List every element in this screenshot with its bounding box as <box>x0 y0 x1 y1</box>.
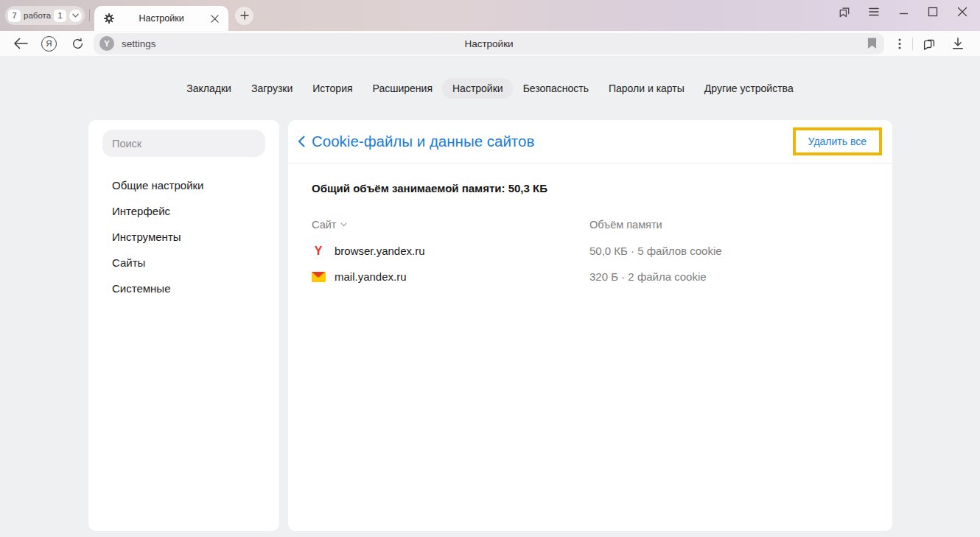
workspace-chevron[interactable] <box>69 10 82 22</box>
address-bar[interactable]: Y settings Настройки <box>94 33 884 55</box>
nav-downloads[interactable]: Загрузки <box>241 78 302 99</box>
back-button[interactable] <box>6 32 35 55</box>
browser-topbar: 7 работа 1 Настр <box>0 0 980 31</box>
site-name: browser.yandex.ru <box>335 245 425 257</box>
bookmark-button[interactable] <box>867 38 877 49</box>
gear-icon <box>103 13 115 24</box>
minimize-icon <box>899 7 909 16</box>
cookies-panel: Cookie-файлы и данные сайтов Удалить все… <box>288 120 892 531</box>
table-row[interactable]: mail.yandex.ru 320 Б · 2 файла cookie <box>312 264 869 289</box>
minimize-button[interactable] <box>889 0 918 23</box>
side-panel-button[interactable] <box>914 32 943 55</box>
page-title: Настройки <box>464 38 513 49</box>
search-input[interactable]: Поиск <box>102 130 265 157</box>
url-text: settings <box>122 38 156 49</box>
tab-title: Настройки <box>115 13 208 24</box>
collections-button[interactable] <box>830 0 859 23</box>
settings-nav: Закладки Загрузки История Расширения Нас… <box>0 57 980 99</box>
hamburger-icon <box>869 7 879 16</box>
site-name: mail.yandex.ru <box>335 270 407 283</box>
browser-toolbar: Я Y settings Настройки <box>0 31 980 57</box>
workspace-badge: 7 <box>8 10 21 22</box>
sidebar-item-system[interactable]: Системные <box>88 275 279 301</box>
nav-extensions[interactable]: Расширения <box>363 78 442 99</box>
sidebar-item-interface[interactable]: Интерфейс <box>88 198 279 224</box>
nav-passwords[interactable]: Пароли и карты <box>598 78 694 99</box>
column-site[interactable]: Сайт <box>312 219 336 231</box>
new-tab-button[interactable] <box>235 7 253 25</box>
nav-bookmarks[interactable]: Закладки <box>177 78 242 99</box>
menu-button[interactable] <box>859 0 889 23</box>
tab-settings[interactable]: Настройки <box>94 6 228 31</box>
download-icon <box>951 37 965 50</box>
sidebar-item-general[interactable]: Общие настройки <box>88 172 279 198</box>
bookmark-icon <box>867 38 877 49</box>
sidebar-item-tools[interactable]: Инструменты <box>88 224 279 250</box>
sort-chevron-icon[interactable] <box>340 222 347 227</box>
sidebar-item-sites[interactable]: Сайты <box>88 250 279 275</box>
back-to-settings-button[interactable] <box>298 136 305 147</box>
total-memory-label: Общий объём занимаемой памяти: 50,3 КБ <box>312 182 869 197</box>
workspace-count: 1 <box>54 10 66 22</box>
collections-icon <box>838 5 851 18</box>
workspace-name: работа <box>24 11 51 20</box>
column-size[interactable]: Объём памяти <box>589 219 662 231</box>
panels-icon <box>922 36 937 51</box>
tabbar-separator <box>89 10 90 21</box>
chevron-left-icon <box>298 136 305 147</box>
table-row[interactable]: Y browser.yandex.ru 50,0 КБ · 5 файлов c… <box>312 238 869 264</box>
refresh-icon <box>71 37 85 51</box>
kebab-icon <box>898 38 901 49</box>
nav-security[interactable]: Безопасность <box>513 78 598 99</box>
settings-sidebar: Поиск Общие настройки Интерфейс Инструме… <box>88 120 279 531</box>
back-arrow-icon <box>13 38 28 49</box>
highlight-box: Удалить все <box>793 127 882 155</box>
workspace-chip[interactable]: 7 работа 1 <box>5 6 85 25</box>
nav-history[interactable]: История <box>303 78 363 99</box>
site-size: 320 Б · 2 файла cookie <box>589 270 707 283</box>
maximize-icon <box>928 7 938 17</box>
toolbar-separator <box>912 38 913 50</box>
close-window-button[interactable] <box>948 0 977 23</box>
yandex-logo-icon: Я <box>41 36 57 52</box>
protect-icon[interactable]: Y <box>99 36 114 51</box>
yandex-home-button[interactable]: Я <box>35 32 63 55</box>
plus-icon <box>240 11 249 20</box>
nav-settings[interactable]: Настройки <box>442 78 513 99</box>
close-icon <box>957 7 967 17</box>
downloads-button[interactable] <box>943 32 972 55</box>
mail-favicon <box>312 272 326 282</box>
refresh-button[interactable] <box>63 32 92 55</box>
yandex-favicon: Y <box>312 245 325 258</box>
nav-devices[interactable]: Другие устройства <box>694 78 803 99</box>
tab-close-icon[interactable] <box>208 12 221 25</box>
delete-all-button[interactable]: Удалить все <box>796 130 879 152</box>
site-size: 50,0 КБ · 5 файлов cookie <box>589 245 722 257</box>
maximize-button[interactable] <box>918 0 948 23</box>
chevron-down-icon <box>72 13 79 18</box>
panel-title: Cookie-файлы и данные сайтов <box>312 133 534 150</box>
more-button[interactable] <box>889 32 911 55</box>
